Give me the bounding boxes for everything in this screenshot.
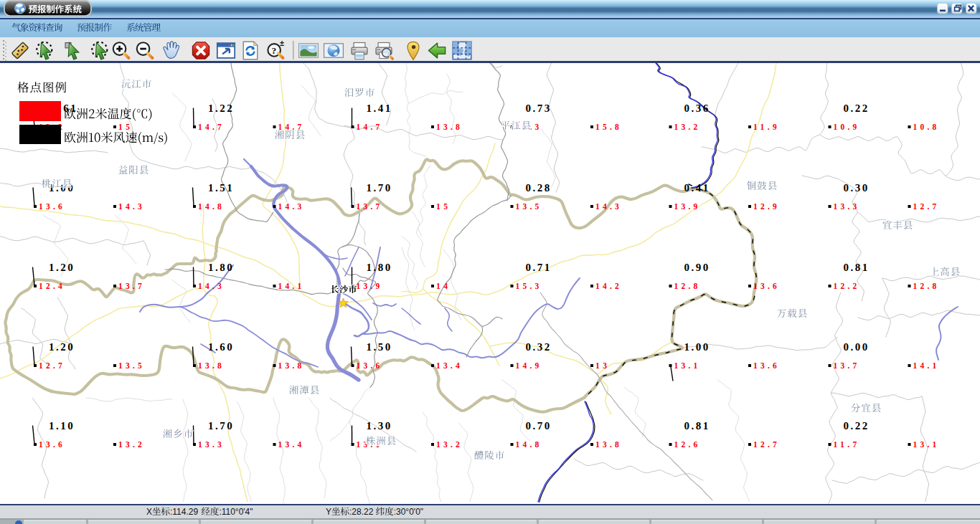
- svg-text:?: ?: [271, 45, 276, 56]
- svg-text:1.51: 1.51: [208, 182, 232, 194]
- svg-text:0.22: 0.22: [844, 420, 868, 432]
- svg-text:1.50: 1.50: [367, 341, 391, 353]
- svg-text:0.81: 0.81: [684, 420, 709, 432]
- svg-text:1.20: 1.20: [49, 262, 73, 273]
- svg-text:1.20: 1.20: [49, 341, 73, 353]
- svg-text:0.90: 0.90: [684, 262, 709, 273]
- svg-text:1.22: 1.22: [208, 103, 232, 114]
- svg-text:0.71: 0.71: [526, 262, 550, 273]
- svg-text:0.30: 0.30: [844, 182, 868, 194]
- svg-text:0.36: 0.36: [684, 103, 709, 114]
- svg-text:1.70: 1.70: [367, 182, 391, 194]
- svg-text::110°0'4": :110°0'4": [219, 507, 253, 517]
- svg-text:X: X: [146, 507, 152, 517]
- svg-text:1.10: 1.10: [49, 420, 73, 432]
- svg-text:1.70: 1.70: [208, 420, 232, 432]
- svg-text:1.30: 1.30: [367, 420, 391, 432]
- svg-text:0.81: 0.81: [844, 262, 868, 273]
- svg-text:0.00: 0.00: [844, 341, 868, 353]
- svg-text::28.22: :28.22: [349, 507, 376, 517]
- svg-text:0.70: 0.70: [526, 420, 550, 432]
- svg-text:1.41: 1.41: [367, 103, 391, 114]
- svg-text:1.00: 1.00: [684, 341, 709, 353]
- svg-text:Y: Y: [326, 507, 331, 517]
- svg-text:1.80: 1.80: [208, 262, 232, 273]
- svg-text::114.29: :114.29: [170, 507, 200, 517]
- svg-text:0.73: 0.73: [526, 103, 550, 114]
- svg-text:0.22: 0.22: [844, 103, 868, 114]
- svg-text:1.80: 1.80: [367, 262, 391, 273]
- svg-text:1.60: 1.60: [208, 341, 232, 353]
- svg-text::30°0'0": :30°0'0": [394, 507, 423, 517]
- svg-text:±: ±: [280, 39, 284, 47]
- svg-text:0.41: 0.41: [684, 182, 709, 194]
- svg-text:0.32: 0.32: [526, 341, 550, 353]
- svg-text:0.28: 0.28: [526, 182, 550, 194]
